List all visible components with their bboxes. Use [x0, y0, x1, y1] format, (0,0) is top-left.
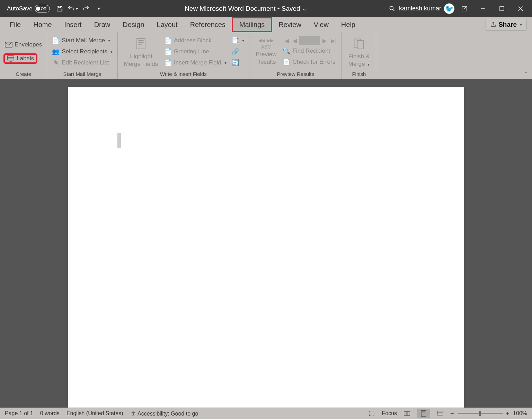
ribbon-content: Envelopes Labels Create 📄 Start Mail Mer…: [0, 32, 532, 79]
close-button[interactable]: [512, 2, 529, 16]
toggle-circle-icon: [36, 7, 40, 11]
highlight-label-1: Highlight: [130, 53, 152, 60]
group-create: Envelopes Labels Create: [0, 32, 47, 79]
record-number-field[interactable]: [299, 36, 320, 45]
title-right: kamlesh kumar 🐦: [387, 2, 531, 16]
tab-file[interactable]: File: [3, 17, 27, 32]
tab-home[interactable]: Home: [27, 17, 58, 32]
edit-recipient-list-button[interactable]: ✎ Edit Recipient List: [51, 58, 114, 68]
page-number[interactable]: Page 1 of 1: [5, 410, 33, 417]
greeting-line-button[interactable]: 📄 Greeting Line: [163, 46, 228, 57]
customize-qat-button[interactable]: ▾: [94, 3, 105, 14]
tab-review[interactable]: Review: [272, 17, 308, 32]
autosave-toggle[interactable]: AutoSave Off: [5, 5, 52, 12]
tab-view[interactable]: View: [308, 17, 335, 32]
tab-draw[interactable]: Draw: [88, 17, 117, 32]
start-mail-merge-icon: 📄: [52, 37, 60, 44]
accessibility-label: Accessibility: Good to go: [138, 411, 198, 417]
save-button[interactable]: [54, 3, 65, 14]
title-dropdown-icon[interactable]: ⌄: [302, 6, 307, 11]
rules-button[interactable]: 📑▾: [230, 35, 246, 46]
tab-insert-label: Insert: [64, 21, 82, 29]
share-button[interactable]: Share ▾: [486, 19, 526, 30]
finish-merge-button[interactable]: Finish &Merge ▾: [345, 34, 372, 69]
tab-references[interactable]: References: [184, 17, 232, 32]
zoom-slider[interactable]: [458, 413, 503, 414]
tab-insert[interactable]: Insert: [58, 17, 88, 32]
accessibility-status[interactable]: Accessibility: Good to go: [130, 410, 198, 417]
insert-merge-field-button[interactable]: 📄 Insert Merge Field ▾: [163, 58, 228, 68]
find-recipient-icon: 🔍: [283, 47, 290, 55]
zoom-in-button[interactable]: +: [506, 410, 510, 417]
finish-label-1: Finish &: [348, 53, 370, 60]
svg-rect-10: [437, 411, 443, 415]
svg-point-8: [133, 411, 134, 412]
search-button[interactable]: [387, 3, 398, 14]
tab-view-label: View: [314, 21, 329, 29]
tab-draw-label: Draw: [94, 21, 110, 29]
tab-design[interactable]: Design: [116, 17, 150, 32]
ribbon-display-button[interactable]: [456, 2, 473, 16]
labels-label: Labels: [17, 55, 34, 62]
undo-button[interactable]: ▾: [67, 3, 78, 14]
select-recipients-button[interactable]: 👥 Select Recipients ▾: [51, 46, 114, 57]
focus-label[interactable]: Focus: [382, 410, 397, 417]
web-layout-button[interactable]: [434, 409, 447, 418]
envelope-icon: [5, 42, 12, 48]
edit-recipient-list-label: Edit Recipient List: [62, 59, 109, 66]
minimize-button[interactable]: [475, 2, 492, 16]
svg-rect-2: [500, 7, 504, 11]
tab-help[interactable]: Help: [335, 17, 362, 32]
first-record-button[interactable]: |◀: [281, 36, 290, 45]
autosave-label: AutoSave: [7, 5, 33, 12]
svg-rect-7: [357, 41, 364, 49]
highlight-label-2: Merge Fields: [124, 61, 158, 67]
last-record-button[interactable]: ▶|: [329, 36, 338, 45]
zoom-thumb[interactable]: [479, 411, 481, 416]
insert-merge-field-icon: 📄: [164, 59, 172, 67]
redo-button[interactable]: [80, 3, 91, 14]
preview-results-button[interactable]: ◀◀ ▶▶ ABC PreviewResults: [253, 36, 279, 67]
start-mail-merge-button[interactable]: 📄 Start Mail Merge ▾: [51, 35, 114, 46]
svg-rect-9: [421, 411, 426, 417]
zoom-out-button[interactable]: −: [450, 410, 454, 417]
prev-record-button[interactable]: ◀: [290, 36, 299, 45]
tab-review-label: Review: [278, 21, 301, 29]
status-bar: Page 1 of 1 0 words English (United Stat…: [0, 408, 532, 419]
match-fields-button[interactable]: 🔗: [230, 46, 246, 57]
rules-icon: 📑: [231, 37, 239, 44]
title-bar-left: AutoSave Off ▾ ▾: [1, 3, 105, 14]
group-preview-label: Preview Results: [249, 71, 342, 79]
address-block-icon: 📄: [164, 37, 172, 44]
highlight-merge-fields-button[interactable]: HighlightMerge Fields: [121, 34, 161, 69]
group-start-mail-merge: 📄 Start Mail Merge ▾ 👥 Select Recipients…: [47, 32, 117, 79]
print-layout-button[interactable]: [417, 409, 430, 418]
zoom-level[interactable]: 100%: [513, 410, 527, 417]
document-page[interactable]: [68, 87, 464, 408]
record-navigation: |◀ ◀ ▶ ▶|: [281, 36, 338, 45]
check-errors-button[interactable]: 📄 Check for Errors: [281, 57, 338, 67]
address-block-button[interactable]: 📄 Address Block: [163, 35, 228, 46]
tab-mailings[interactable]: Mailings: [232, 17, 272, 32]
find-recipient-button[interactable]: 🔍 Find Recipient: [281, 46, 338, 56]
language[interactable]: English (United States): [66, 410, 123, 417]
user-account[interactable]: kamlesh kumar 🐦: [399, 3, 454, 14]
prev-next-icon: ◀◀ ▶▶: [258, 38, 274, 43]
labels-button[interactable]: Labels: [3, 53, 37, 64]
update-labels-button[interactable]: 🔄: [230, 58, 246, 68]
next-record-button[interactable]: ▶: [320, 36, 329, 45]
check-errors-label: Check for Errors: [292, 59, 335, 66]
maximize-button[interactable]: [493, 2, 511, 16]
avatar-icon: 🐦: [444, 3, 454, 14]
focus-mode-button[interactable]: [365, 409, 378, 418]
word-count[interactable]: 0 words: [40, 410, 60, 417]
toggle-switch[interactable]: Off: [35, 5, 50, 12]
read-mode-button[interactable]: [400, 409, 414, 418]
collapse-ribbon-button[interactable]: ⌃: [523, 71, 528, 77]
envelopes-button[interactable]: Envelopes: [3, 40, 43, 50]
start-mail-merge-label: Start Mail Merge: [62, 37, 105, 44]
tab-references-label: References: [190, 21, 225, 29]
group-startmm-label: Start Mail Merge: [47, 71, 117, 79]
tab-file-label: File: [10, 21, 21, 29]
tab-layout[interactable]: Layout: [151, 17, 184, 32]
